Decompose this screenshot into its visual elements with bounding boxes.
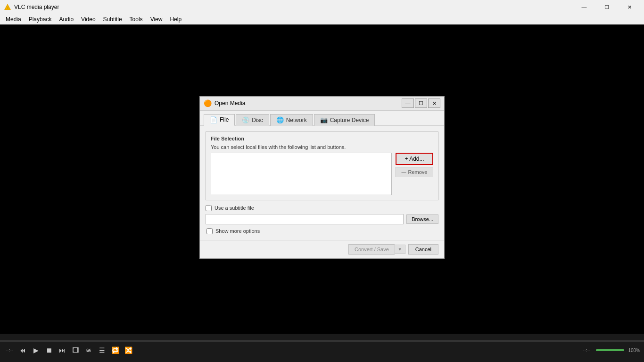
progress-bar-container[interactable] bbox=[0, 340, 644, 342]
remove-icon: — bbox=[402, 169, 406, 174]
convert-save-button[interactable]: Convert / Save bbox=[348, 244, 395, 255]
file-list-row: + Add... — Remove bbox=[211, 153, 433, 195]
tab-capture[interactable]: 📷 Capture Device bbox=[314, 114, 375, 126]
dialog-close-button[interactable]: ✕ bbox=[428, 99, 440, 108]
tab-network-label: Network bbox=[286, 117, 307, 123]
dialog-footer: Convert / Save ▼ Cancel bbox=[200, 240, 444, 258]
show-more-checkbox[interactable] bbox=[206, 228, 213, 234]
title-controls: — ☐ ✕ bbox=[573, 0, 640, 14]
stop-button[interactable]: ⏹ bbox=[43, 345, 55, 356]
file-tab-icon: 📄 bbox=[210, 116, 217, 123]
subtitle-row: Use a subtitle file bbox=[206, 205, 438, 211]
time-right: --:-- bbox=[583, 348, 590, 353]
dialog-maximize-button[interactable]: ☐ bbox=[415, 99, 427, 108]
dialog-minimize-button[interactable]: — bbox=[402, 99, 414, 108]
file-selection-label: File Selection bbox=[211, 136, 433, 141]
network-tab-icon: 🌐 bbox=[276, 116, 284, 123]
tab-file[interactable]: 📄 File bbox=[204, 114, 235, 126]
menu-bar: Media Playback Audio Video Subtitle Tool… bbox=[0, 14, 644, 25]
menu-help[interactable]: Help bbox=[166, 14, 185, 24]
show-more-label: Show more options bbox=[215, 228, 260, 234]
toolbar-controls: --:-- ⏮ ▶ ⏹ ⏭ 🎞 ≋ ☰ 🔁 🔀 --:-- 100% bbox=[0, 345, 644, 356]
subtitle-input[interactable] bbox=[206, 214, 404, 224]
remove-label: Remove bbox=[408, 169, 428, 175]
skip-forward-button[interactable]: ⏭ bbox=[57, 345, 68, 356]
file-selection-group: File Selection You can select local file… bbox=[206, 132, 438, 200]
vlc-icon bbox=[4, 3, 11, 11]
volume-label: 100% bbox=[628, 348, 640, 353]
skip-back-button[interactable]: ⏮ bbox=[17, 345, 28, 356]
close-button[interactable]: ✕ bbox=[619, 0, 640, 14]
remove-button[interactable]: — Remove bbox=[396, 167, 433, 177]
time-left: --:-- bbox=[6, 348, 13, 353]
bottom-toolbar: --:-- ⏮ ▶ ⏹ ⏭ 🎞 ≋ ☰ 🔁 🔀 --:-- 100% bbox=[0, 334, 644, 362]
subtitle-label: Use a subtitle file bbox=[215, 205, 254, 211]
disc-tab-icon: 💿 bbox=[242, 116, 249, 123]
tab-network[interactable]: 🌐 Network bbox=[270, 114, 313, 126]
dialog-title: Open Media bbox=[215, 100, 402, 107]
tab-disc-label: Disc bbox=[252, 117, 263, 123]
capture-tab-icon: 📷 bbox=[320, 116, 328, 123]
menu-view[interactable]: View bbox=[147, 14, 166, 24]
browse-button[interactable]: Browse... bbox=[406, 214, 438, 224]
file-buttons: + Add... — Remove bbox=[396, 153, 433, 177]
app-title: VLC media player bbox=[14, 4, 573, 10]
main-area: 🟠 Open Media — ☐ ✕ 📄 File 💿 Disc bbox=[0, 25, 644, 334]
svg-rect-2 bbox=[7, 7, 8, 9]
tab-file-label: File bbox=[220, 116, 229, 123]
menu-playback[interactable]: Playback bbox=[25, 14, 56, 24]
maximize-button[interactable]: ☐ bbox=[596, 0, 618, 14]
volume-fill bbox=[596, 349, 624, 351]
dialog-icon: 🟠 bbox=[204, 99, 212, 107]
minimize-button[interactable]: — bbox=[573, 0, 595, 14]
playlist-button[interactable]: ☰ bbox=[96, 345, 107, 356]
file-selection-description: You can select local files with the foll… bbox=[211, 144, 433, 150]
cancel-button[interactable]: Cancel bbox=[408, 244, 438, 255]
file-list-box[interactable] bbox=[211, 153, 392, 195]
subtitle-checkbox[interactable] bbox=[206, 205, 212, 211]
menu-tools[interactable]: Tools bbox=[126, 14, 147, 24]
tab-capture-label: Capture Device bbox=[330, 117, 369, 123]
open-media-dialog: 🟠 Open Media — ☐ ✕ 📄 File 💿 Disc bbox=[199, 96, 445, 259]
menu-media[interactable]: Media bbox=[2, 14, 25, 24]
menu-audio[interactable]: Audio bbox=[55, 14, 77, 24]
loop-button[interactable]: 🔁 bbox=[109, 345, 121, 356]
random-button[interactable]: 🔀 bbox=[123, 345, 134, 356]
convert-save-dropdown[interactable]: ▼ bbox=[395, 245, 405, 254]
menu-subtitle[interactable]: Subtitle bbox=[99, 14, 126, 24]
tab-disc[interactable]: 💿 Disc bbox=[236, 114, 269, 126]
subtitle-section: Use a subtitle file Browse... bbox=[206, 205, 438, 224]
dialog-overlay: 🟠 Open Media — ☐ ✕ 📄 File 💿 Disc bbox=[0, 49, 644, 305]
volume-slider[interactable] bbox=[596, 349, 624, 351]
show-more-row: Show more options bbox=[206, 228, 438, 234]
play-button[interactable]: ▶ bbox=[30, 345, 41, 356]
menu-video[interactable]: Video bbox=[77, 14, 99, 24]
convert-save-button-group: Convert / Save ▼ bbox=[348, 244, 405, 255]
tabs-container: 📄 File 💿 Disc 🌐 Network 📷 Capture Device bbox=[200, 111, 444, 126]
title-bar: VLC media player — ☐ ✕ bbox=[0, 0, 644, 14]
dialog-controls: — ☐ ✕ bbox=[402, 99, 440, 108]
dialog-body: File Selection You can select local file… bbox=[200, 126, 444, 240]
frame-button[interactable]: 🎞 bbox=[70, 345, 81, 356]
equalizer-button[interactable]: ≋ bbox=[83, 345, 94, 356]
subtitle-input-row: Browse... bbox=[206, 214, 438, 224]
add-button[interactable]: + Add... bbox=[396, 153, 433, 165]
dialog-title-bar: 🟠 Open Media — ☐ ✕ bbox=[200, 97, 444, 111]
